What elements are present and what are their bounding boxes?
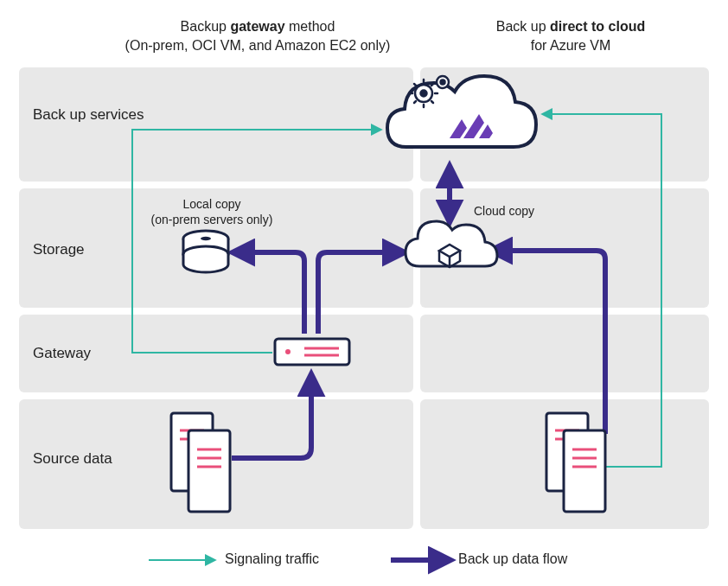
svg-line-9 [431,84,433,86]
svg-line-7 [431,101,433,103]
svg-rect-30 [564,430,605,512]
data-path-right-servers-to-cloudcopy [493,251,605,434]
source-servers-left-icon [171,413,230,512]
svg-point-1 [421,91,427,97]
svg-line-8 [414,101,416,103]
svg-rect-23 [188,430,230,512]
svg-point-17 [285,349,291,354]
cloud-services-icon [387,76,536,147]
source-servers-right-icon [546,413,605,512]
data-path-gateway-to-cloudcopy [318,252,402,334]
svg-point-15 [201,237,211,240]
signal-path-left [132,130,380,353]
svg-line-6 [414,84,416,86]
local-copy-disk-icon [183,231,228,272]
svg-point-11 [441,80,445,85]
backup-architecture-diagram: Backup gateway method (On-prem, OCI VM, … [0,0,728,586]
gateway-device-icon [275,339,349,365]
data-path-servers-to-gateway [232,377,311,458]
diagram-svg [0,0,728,586]
data-path-gateway-to-local [235,252,304,334]
legend-signal-label: Signaling traffic [225,551,319,567]
cloud-copy-icon [406,221,497,267]
legend-data-label: Back up data flow [458,551,567,567]
